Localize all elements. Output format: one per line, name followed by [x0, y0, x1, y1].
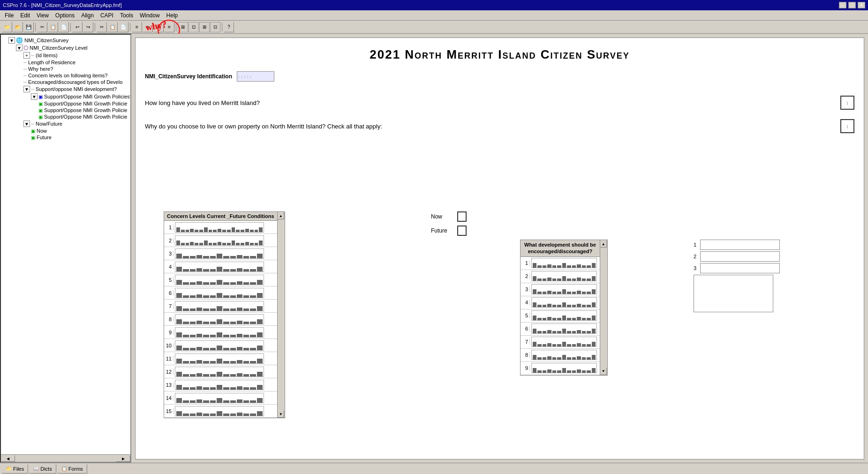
dev-slider-7[interactable]: [531, 337, 597, 347]
menu-capi[interactable]: CAPI: [98, 11, 116, 20]
dev-vscroll[interactable]: ▲ ▼: [600, 240, 607, 375]
concern-slider-8[interactable]: [175, 314, 264, 324]
maximize-button[interactable]: □: [848, 2, 856, 8]
concern-slider-10[interactable]: [175, 340, 264, 351]
menu-tools[interactable]: Tools: [117, 11, 136, 20]
tb-new[interactable]: 📁: [2, 22, 12, 32]
dev-slider-1[interactable]: [531, 258, 597, 268]
tree-id-items[interactable]: + ─ (Id Items): [1, 52, 130, 59]
ri-input-2[interactable]: [700, 251, 780, 262]
tree-growth-form-3[interactable]: ▣ Support/Oppose NMI Growth Policie: [1, 113, 130, 120]
dev-slider-4[interactable]: [531, 297, 597, 308]
dev-slider-3[interactable]: [531, 284, 597, 294]
menu-align[interactable]: Align: [78, 11, 97, 20]
tb-undo[interactable]: ↩: [72, 22, 83, 32]
tb-help[interactable]: ?: [224, 22, 234, 32]
tree-concern[interactable]: ─ Concern levels on following items?: [1, 72, 130, 79]
id-input[interactable]: | | | | |: [237, 71, 274, 82]
menu-view[interactable]: View: [34, 11, 52, 20]
concern-slider-1[interactable]: [175, 222, 264, 233]
forms-tab[interactable]: 📋 Forms: [57, 464, 87, 474]
concern-slider-3[interactable]: [175, 248, 264, 259]
menu-help[interactable]: Help: [164, 11, 181, 20]
q2-input[interactable]: |: [840, 119, 854, 133]
tb-copy[interactable]: 📋: [48, 22, 58, 32]
concern-slider-5[interactable]: [175, 275, 264, 285]
tb-capi-3[interactable]: ⊞: [199, 22, 210, 32]
tree-length-residence[interactable]: ─ Length of Residence: [1, 59, 130, 66]
left-panel[interactable]: ▼ 🌐 NMI_CitizenSurvey ▼ ⬡ NMI_CitizenSur…: [0, 34, 131, 463]
dev-slider-2[interactable]: [531, 271, 597, 281]
tb-align-left[interactable]: ≡: [132, 22, 142, 32]
tb-bold[interactable]: ✂: [97, 22, 107, 32]
dev-slider-5[interactable]: [531, 310, 597, 321]
dicts-tab[interactable]: 📖 Dicts: [29, 464, 56, 474]
tree-growth-form-1[interactable]: ▣ Support/Oppose NMI Growth Policie: [1, 100, 130, 107]
tb-underline[interactable]: 📄: [118, 22, 128, 32]
tree-future[interactable]: ▣ Future: [1, 134, 130, 141]
tb-paste[interactable]: 📄: [59, 22, 69, 32]
concern-slider-14[interactable]: [175, 393, 264, 403]
concern-slider-6[interactable]: [175, 288, 264, 298]
tree-growth-policies[interactable]: ▼ ▣ Support/Oppose NMI Growth Policies?: [1, 93, 130, 100]
ri-input-3[interactable]: [700, 263, 780, 273]
tree-expand-growth[interactable]: ▼: [31, 93, 38, 100]
tree-expand-level[interactable]: ▼: [16, 45, 23, 51]
dev-slider-8[interactable]: [531, 350, 597, 360]
tree-encouraged[interactable]: ─ Encouraged/discouraged types of Develo: [1, 79, 130, 85]
tree-support-oppose[interactable]: ▼ ─ Support/oppose NMI development?: [1, 85, 130, 93]
tb-italic[interactable]: 📋: [107, 22, 118, 32]
menu-edit[interactable]: Edit: [17, 11, 33, 20]
tb-capi-4[interactable]: ⊡: [210, 22, 220, 32]
close-button[interactable]: ✕: [858, 2, 865, 8]
tb-capi-1[interactable]: ⊞: [178, 22, 188, 32]
tb-redo[interactable]: ↪: [83, 22, 93, 32]
q1-input[interactable]: |: [840, 96, 854, 110]
concern-slider-4[interactable]: [175, 262, 264, 272]
concern-scroll-up[interactable]: ▲: [278, 212, 284, 219]
future-box[interactable]: [457, 226, 467, 236]
concern-slider-9[interactable]: [175, 327, 264, 338]
ri-input-1[interactable]: [700, 240, 780, 250]
tree-expand-root[interactable]: ▼: [8, 37, 15, 44]
concern-slider-15[interactable]: [175, 406, 264, 416]
tree-hscroll[interactable]: ◀ ▶: [1, 454, 130, 462]
tb-save[interactable]: 💾: [23, 22, 34, 32]
concern-slider-2[interactable]: [175, 235, 264, 246]
tb-align-right[interactable]: ≡: [153, 22, 164, 32]
tb-capi-2[interactable]: ⊡: [189, 22, 199, 32]
tree-why-here[interactable]: ─ Why here?: [1, 66, 130, 72]
concern-slider-12[interactable]: [175, 367, 264, 377]
concern-vscroll[interactable]: ▲ ▼: [277, 212, 285, 418]
concern-slider-13[interactable]: [175, 380, 264, 390]
tree-expand-id[interactable]: +: [23, 52, 30, 59]
menu-window[interactable]: Window: [137, 11, 163, 20]
tree-growth-form-2[interactable]: ▣ Support/Oppose NMI Growth Policie: [1, 107, 130, 113]
status-bar: 📁 Files 📖 Dicts 📋 Forms: [0, 463, 868, 474]
scroll-left-btn[interactable]: ◀: [1, 455, 15, 462]
tb-align-center[interactable]: ≡: [143, 22, 153, 32]
files-tab[interactable]: 📁 Files: [2, 464, 28, 474]
concern-scroll-down[interactable]: ▼: [278, 410, 284, 418]
minimize-button[interactable]: —: [839, 2, 846, 8]
menu-options[interactable]: Options: [53, 11, 77, 20]
dev-slider-6[interactable]: [531, 324, 597, 334]
tb-cut[interactable]: ✂: [37, 22, 47, 32]
scroll-right-btn[interactable]: ▶: [116, 455, 130, 462]
tree-now-future[interactable]: ▼ ─ Now/Future: [1, 120, 130, 128]
concern-slider-7[interactable]: [175, 301, 264, 311]
tb-open[interactable]: 📂: [13, 22, 23, 32]
dev-slider-9[interactable]: [531, 363, 597, 373]
dev-scroll-up[interactable]: ▲: [600, 240, 607, 248]
ri-textarea[interactable]: [694, 275, 773, 312]
menu-file[interactable]: File: [2, 11, 16, 20]
tree-expand-nowfuture[interactable]: ▼: [23, 120, 30, 127]
dev-scroll-down[interactable]: ▼: [600, 368, 607, 375]
now-box[interactable]: [457, 211, 467, 222]
tree-level[interactable]: ▼ ⬡ NMI_CitizenSurvey Level: [1, 44, 130, 52]
tb-justify[interactable]: ≡: [164, 22, 174, 32]
tree-root[interactable]: ▼ 🌐 NMI_CitizenSurvey: [1, 37, 130, 44]
tree-now[interactable]: ▣ Now: [1, 128, 130, 134]
tree-expand-support[interactable]: ▼: [23, 86, 30, 92]
concern-slider-11[interactable]: [175, 354, 264, 364]
